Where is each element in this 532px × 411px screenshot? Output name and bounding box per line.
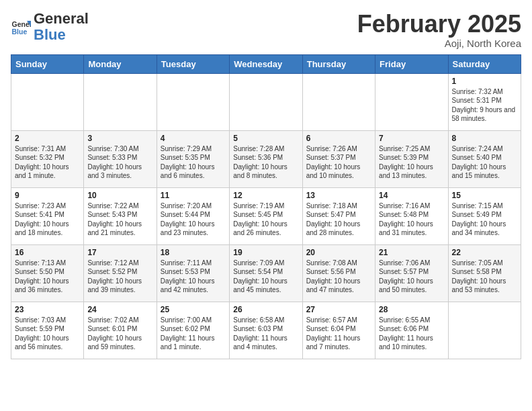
month-title: February 2025 bbox=[357, 11, 521, 38]
day-number: 2 bbox=[15, 134, 80, 143]
day-number: 23 bbox=[15, 305, 80, 314]
calendar-cell: 15Sunrise: 7:15 AM Sunset: 5:49 PM Dayli… bbox=[448, 187, 521, 244]
day-number: 10 bbox=[87, 191, 152, 200]
calendar-cell: 16Sunrise: 7:13 AM Sunset: 5:50 PM Dayli… bbox=[11, 244, 84, 302]
calendar-cell: 20Sunrise: 7:08 AM Sunset: 5:56 PM Dayli… bbox=[302, 244, 375, 302]
location: Aoji, North Korea bbox=[357, 38, 521, 49]
day-info: Sunrise: 7:22 AM Sunset: 5:43 PM Dayligh… bbox=[87, 201, 152, 238]
day-info: Sunrise: 6:55 AM Sunset: 6:06 PM Dayligh… bbox=[379, 316, 444, 352]
calendar-cell: 6Sunrise: 7:26 AM Sunset: 5:37 PM Daylig… bbox=[302, 130, 375, 187]
day-info: Sunrise: 7:31 AM Sunset: 5:32 PM Dayligh… bbox=[15, 144, 80, 181]
day-number: 13 bbox=[306, 191, 371, 200]
logo: General Blue GeneralBlue bbox=[11, 11, 89, 43]
day-number: 20 bbox=[306, 248, 371, 257]
day-number: 9 bbox=[15, 191, 80, 200]
calendar-cell bbox=[375, 73, 448, 130]
day-number: 14 bbox=[379, 191, 444, 200]
day-number: 4 bbox=[161, 134, 226, 143]
day-info: Sunrise: 7:13 AM Sunset: 5:50 PM Dayligh… bbox=[15, 259, 80, 295]
day-info: Sunrise: 7:08 AM Sunset: 5:56 PM Dayligh… bbox=[306, 259, 371, 295]
day-info: Sunrise: 7:30 AM Sunset: 5:33 PM Dayligh… bbox=[87, 144, 152, 181]
calendar-cell: 17Sunrise: 7:12 AM Sunset: 5:52 PM Dayli… bbox=[84, 244, 157, 302]
day-info: Sunrise: 7:02 AM Sunset: 6:01 PM Dayligh… bbox=[87, 316, 152, 352]
day-header-friday: Friday bbox=[375, 54, 448, 73]
day-info: Sunrise: 7:23 AM Sunset: 5:41 PM Dayligh… bbox=[15, 201, 80, 238]
day-info: Sunrise: 7:03 AM Sunset: 5:59 PM Dayligh… bbox=[15, 316, 80, 352]
calendar-cell: 2Sunrise: 7:31 AM Sunset: 5:32 PM Daylig… bbox=[11, 130, 84, 187]
day-number: 6 bbox=[306, 134, 371, 143]
day-header-saturday: Saturday bbox=[448, 54, 521, 73]
day-number: 19 bbox=[233, 248, 298, 257]
calendar-cell bbox=[302, 73, 375, 130]
day-info: Sunrise: 7:15 AM Sunset: 5:49 PM Dayligh… bbox=[452, 201, 517, 238]
day-number: 11 bbox=[161, 191, 226, 200]
calendar-cell bbox=[84, 73, 157, 130]
day-number: 24 bbox=[87, 305, 152, 314]
day-number: 5 bbox=[233, 134, 298, 143]
day-info: Sunrise: 6:58 AM Sunset: 6:03 PM Dayligh… bbox=[233, 316, 298, 352]
day-number: 22 bbox=[452, 248, 517, 257]
calendar-cell: 4Sunrise: 7:29 AM Sunset: 5:35 PM Daylig… bbox=[157, 130, 229, 187]
day-info: Sunrise: 7:32 AM Sunset: 5:31 PM Dayligh… bbox=[452, 87, 517, 124]
day-header-thursday: Thursday bbox=[302, 54, 375, 73]
calendar-cell: 22Sunrise: 7:05 AM Sunset: 5:58 PM Dayli… bbox=[448, 244, 521, 302]
day-number: 8 bbox=[452, 134, 517, 143]
day-number: 27 bbox=[306, 305, 371, 314]
day-header-sunday: Sunday bbox=[11, 54, 84, 73]
calendar-cell: 13Sunrise: 7:18 AM Sunset: 5:47 PM Dayli… bbox=[302, 187, 375, 244]
day-info: Sunrise: 7:12 AM Sunset: 5:52 PM Dayligh… bbox=[87, 259, 152, 295]
day-number: 1 bbox=[452, 77, 517, 86]
day-number: 28 bbox=[379, 305, 444, 314]
calendar-cell bbox=[448, 302, 521, 359]
day-number: 18 bbox=[161, 248, 226, 257]
day-info: Sunrise: 7:18 AM Sunset: 5:47 PM Dayligh… bbox=[306, 201, 371, 238]
calendar-table: SundayMondayTuesdayWednesdayThursdayFrid… bbox=[11, 54, 521, 359]
day-number: 26 bbox=[233, 305, 298, 314]
day-header-tuesday: Tuesday bbox=[157, 54, 229, 73]
calendar-cell: 19Sunrise: 7:09 AM Sunset: 5:54 PM Dayli… bbox=[230, 244, 302, 302]
day-number: 17 bbox=[87, 248, 152, 257]
calendar-cell: 26Sunrise: 6:58 AM Sunset: 6:03 PM Dayli… bbox=[230, 302, 302, 359]
calendar-cell bbox=[11, 73, 84, 130]
calendar-cell: 11Sunrise: 7:20 AM Sunset: 5:44 PM Dayli… bbox=[157, 187, 229, 244]
day-info: Sunrise: 7:05 AM Sunset: 5:58 PM Dayligh… bbox=[452, 259, 517, 295]
calendar-cell: 23Sunrise: 7:03 AM Sunset: 5:59 PM Dayli… bbox=[11, 302, 84, 359]
day-info: Sunrise: 7:19 AM Sunset: 5:45 PM Dayligh… bbox=[233, 201, 298, 238]
day-info: Sunrise: 7:11 AM Sunset: 5:53 PM Dayligh… bbox=[161, 259, 226, 295]
day-number: 16 bbox=[15, 248, 80, 257]
calendar-cell bbox=[230, 73, 302, 130]
day-info: Sunrise: 7:16 AM Sunset: 5:48 PM Dayligh… bbox=[379, 201, 444, 238]
calendar-cell: 1Sunrise: 7:32 AM Sunset: 5:31 PM Daylig… bbox=[448, 73, 521, 130]
day-info: Sunrise: 7:25 AM Sunset: 5:39 PM Dayligh… bbox=[379, 144, 444, 181]
day-info: Sunrise: 7:24 AM Sunset: 5:40 PM Dayligh… bbox=[452, 144, 517, 181]
day-info: Sunrise: 7:20 AM Sunset: 5:44 PM Dayligh… bbox=[161, 201, 226, 238]
calendar-cell: 27Sunrise: 6:57 AM Sunset: 6:04 PM Dayli… bbox=[302, 302, 375, 359]
calendar-cell: 21Sunrise: 7:06 AM Sunset: 5:57 PM Dayli… bbox=[375, 244, 448, 302]
page-header: General Blue GeneralBlue February 2025 A… bbox=[11, 11, 521, 49]
calendar-cell: 24Sunrise: 7:02 AM Sunset: 6:01 PM Dayli… bbox=[84, 302, 157, 359]
day-info: Sunrise: 7:28 AM Sunset: 5:36 PM Dayligh… bbox=[233, 144, 298, 181]
calendar-cell: 12Sunrise: 7:19 AM Sunset: 5:45 PM Dayli… bbox=[230, 187, 302, 244]
day-number: 21 bbox=[379, 248, 444, 257]
calendar-cell: 14Sunrise: 7:16 AM Sunset: 5:48 PM Dayli… bbox=[375, 187, 448, 244]
logo-text: GeneralBlue bbox=[34, 11, 89, 43]
calendar-cell: 9Sunrise: 7:23 AM Sunset: 5:41 PM Daylig… bbox=[11, 187, 84, 244]
logo-icon: General Blue bbox=[11, 17, 31, 37]
calendar-cell: 28Sunrise: 6:55 AM Sunset: 6:06 PM Dayli… bbox=[375, 302, 448, 359]
calendar-cell: 25Sunrise: 7:00 AM Sunset: 6:02 PM Dayli… bbox=[157, 302, 229, 359]
day-info: Sunrise: 7:26 AM Sunset: 5:37 PM Dayligh… bbox=[306, 144, 371, 181]
day-number: 25 bbox=[161, 305, 226, 314]
day-number: 12 bbox=[233, 191, 298, 200]
calendar-cell: 10Sunrise: 7:22 AM Sunset: 5:43 PM Dayli… bbox=[84, 187, 157, 244]
calendar-cell bbox=[157, 73, 229, 130]
title-block: February 2025 Aoji, North Korea bbox=[357, 11, 521, 49]
calendar-cell: 8Sunrise: 7:24 AM Sunset: 5:40 PM Daylig… bbox=[448, 130, 521, 187]
calendar-body: 1Sunrise: 7:32 AM Sunset: 5:31 PM Daylig… bbox=[11, 73, 521, 359]
day-header-wednesday: Wednesday bbox=[230, 54, 302, 73]
day-info: Sunrise: 6:57 AM Sunset: 6:04 PM Dayligh… bbox=[306, 316, 371, 352]
calendar-header: SundayMondayTuesdayWednesdayThursdayFrid… bbox=[11, 54, 521, 73]
day-number: 7 bbox=[379, 134, 444, 143]
day-number: 3 bbox=[87, 134, 152, 143]
calendar-cell: 7Sunrise: 7:25 AM Sunset: 5:39 PM Daylig… bbox=[375, 130, 448, 187]
day-info: Sunrise: 7:09 AM Sunset: 5:54 PM Dayligh… bbox=[233, 259, 298, 295]
